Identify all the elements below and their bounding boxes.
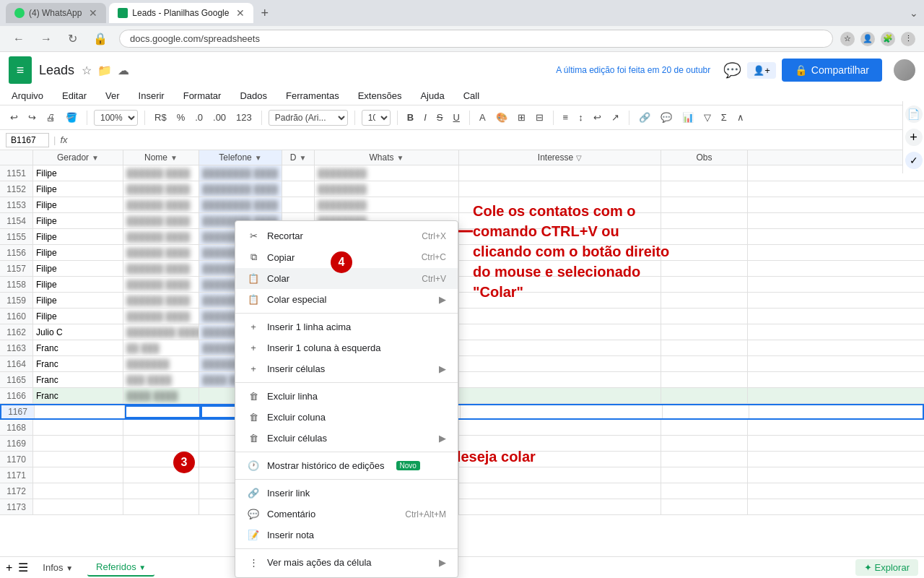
- cell-f[interactable]: [459, 277, 661, 292]
- table-row[interactable]: 1158 Filipe ██████ ████ ████████ ████ ██…: [0, 277, 924, 293]
- star-icon[interactable]: ☆: [82, 64, 92, 77]
- cell-f[interactable]: [459, 213, 661, 228]
- filter-icon-f[interactable]: ▽: [576, 154, 582, 162]
- zoom-select[interactable]: 100%: [94, 110, 138, 126]
- paint-button[interactable]: 🪣: [63, 111, 80, 124]
- filter-icon-c[interactable]: ▼: [255, 154, 262, 162]
- table-row[interactable]: 1160 Filipe ██████ ████ ████████ ████ ██…: [0, 309, 924, 324]
- percent-btn[interactable]: %: [174, 111, 188, 124]
- ctx-history[interactable]: 🕐 Mostrar histórico de edições Novo: [235, 455, 458, 476]
- cell-c[interactable]: ████████ ████: [199, 197, 282, 212]
- ctx-insert-note[interactable]: 📝 Inserir nota: [235, 525, 458, 545]
- menu-ver[interactable]: Ver: [103, 88, 123, 103]
- tab-sheets[interactable]: Leads - Planilhas Google ✕: [109, 3, 253, 23]
- decimal-less-btn[interactable]: .0: [192, 111, 206, 124]
- share-button[interactable]: 🔒 Compartilhar: [782, 59, 882, 82]
- filter-icon-a[interactable]: ▼: [92, 154, 99, 162]
- table-row[interactable]: 1173: [0, 499, 924, 515]
- cell-a[interactable]: Filipe: [33, 245, 123, 260]
- cell-a[interactable]: [33, 452, 123, 467]
- cell-a[interactable]: Filipe: [33, 197, 123, 212]
- cell-reference[interactable]: [6, 133, 49, 147]
- panel-add-icon[interactable]: +: [905, 129, 923, 146]
- cell-g[interactable]: [661, 483, 748, 499]
- table-row[interactable]: 1167: [0, 404, 924, 420]
- rotate-btn[interactable]: ↗: [609, 111, 622, 124]
- cell-g[interactable]: [661, 340, 748, 355]
- cell-a[interactable]: Filipe: [33, 277, 123, 292]
- cell-a[interactable]: Filipe: [33, 293, 123, 308]
- menu-extensoes[interactable]: Extensões: [355, 88, 405, 103]
- extensions-icon[interactable]: 🧩: [881, 32, 895, 46]
- valign-btn[interactable]: ↕: [575, 111, 586, 124]
- cell-g[interactable]: [661, 165, 748, 181]
- panel-check-icon[interactable]: ✓: [905, 152, 923, 169]
- underline-button[interactable]: U: [450, 111, 463, 124]
- ctx-delete-col[interactable]: 🗑 Excluir coluna: [235, 407, 458, 428]
- cell-f[interactable]: [459, 483, 661, 499]
- table-row[interactable]: 1153 Filipe ██████ ████ ████████ ████ ██…: [0, 197, 924, 213]
- comments-icon[interactable]: 💬: [723, 61, 741, 79]
- cell-b[interactable]: ██████ ████: [123, 261, 199, 276]
- cell-f[interactable]: [459, 372, 661, 387]
- font-size-select[interactable]: 10: [362, 110, 391, 126]
- cell-g[interactable]: [661, 420, 748, 435]
- cell-c[interactable]: ████████ ████: [199, 165, 282, 181]
- ctx-insert-row[interactable]: + Inserir 1 linha acima: [235, 316, 458, 337]
- col-header-f[interactable]: Interesse ▽: [459, 150, 661, 165]
- ctx-comment[interactable]: 💬 Comentário Ctrl+Alt+M: [235, 504, 458, 525]
- cell-f[interactable]: [459, 324, 661, 340]
- cell-b[interactable]: [123, 420, 199, 435]
- text-color-btn[interactable]: A: [476, 111, 489, 124]
- cell-g[interactable]: [661, 309, 748, 324]
- cell-g[interactable]: [661, 261, 748, 276]
- menu-inserir[interactable]: Inserir: [136, 88, 167, 103]
- profile-icon[interactable]: 👤: [860, 32, 875, 46]
- cell-a[interactable]: Franc: [33, 388, 123, 403]
- cell-e[interactable]: ████████: [315, 197, 459, 212]
- menu-formatar[interactable]: Formatar: [180, 88, 225, 103]
- sheet-tab-infos[interactable]: Infos ▼: [34, 559, 82, 576]
- cell-b[interactable]: ██████ ████: [123, 245, 199, 260]
- cell-b[interactable]: ██████ ████: [123, 229, 199, 244]
- sheet-tab-referidos[interactable]: Referidos ▼: [87, 558, 154, 577]
- cell-f[interactable]: [459, 229, 661, 244]
- cell-a[interactable]: Filipe: [33, 229, 123, 244]
- cell-g[interactable]: [661, 499, 748, 514]
- cell-a[interactable]: Franc: [33, 372, 123, 387]
- table-row[interactable]: 1162 Julio C ████████ ████ ████████ ████…: [0, 324, 924, 340]
- fill-color-btn[interactable]: 🎨: [493, 111, 510, 124]
- table-row[interactable]: 1159 Filipe ██████ ████ ████████ ████ ██…: [0, 293, 924, 309]
- cell-f[interactable]: [461, 405, 663, 418]
- cell-g[interactable]: [661, 436, 748, 451]
- back-button[interactable]: ←: [9, 31, 29, 47]
- cell-g[interactable]: [661, 229, 748, 244]
- cloud-icon[interactable]: ☁: [118, 64, 129, 77]
- cell-f[interactable]: [459, 499, 661, 514]
- filter-icon-b[interactable]: ▼: [170, 154, 178, 162]
- cell-f[interactable]: [459, 467, 661, 483]
- italic-button[interactable]: I: [421, 111, 430, 124]
- align-btn[interactable]: ≡: [560, 111, 572, 124]
- table-row[interactable]: 1151 Filipe ██████ ████ ████████ ████ ██…: [0, 165, 924, 181]
- table-row[interactable]: 1156 Filipe ██████ ████ ████████ ████ ██…: [0, 245, 924, 261]
- cell-b[interactable]: ████████ ████: [123, 324, 199, 340]
- cell-g[interactable]: [661, 452, 748, 467]
- table-row[interactable]: 1157 Filipe ██████ ████ ████████ ████ ██…: [0, 261, 924, 277]
- menu-dados[interactable]: Dados: [237, 88, 270, 103]
- cell-a[interactable]: Filipe: [33, 261, 123, 276]
- menu-arquivo[interactable]: Arquivo: [9, 88, 46, 103]
- cell-b[interactable]: ████ ████: [123, 388, 199, 403]
- cell-f[interactable]: [459, 436, 661, 451]
- cell-e[interactable]: ████████: [315, 181, 459, 197]
- cell-f[interactable]: [459, 420, 661, 435]
- ctx-insert-cells[interactable]: + Inserir células ▶: [235, 358, 458, 379]
- cell-f[interactable]: [459, 452, 661, 467]
- cell-g[interactable]: [661, 372, 748, 387]
- filter-btn[interactable]: ▽: [701, 111, 714, 124]
- comment-btn[interactable]: 💬: [658, 111, 675, 124]
- share-dropdown[interactable]: 👤+: [747, 62, 776, 79]
- cell-a[interactable]: Filipe: [33, 165, 123, 181]
- menu-editar[interactable]: Editar: [59, 88, 90, 103]
- table-row[interactable]: 1165 Franc ███ ████ ████ ████ ████████ █…: [0, 372, 924, 388]
